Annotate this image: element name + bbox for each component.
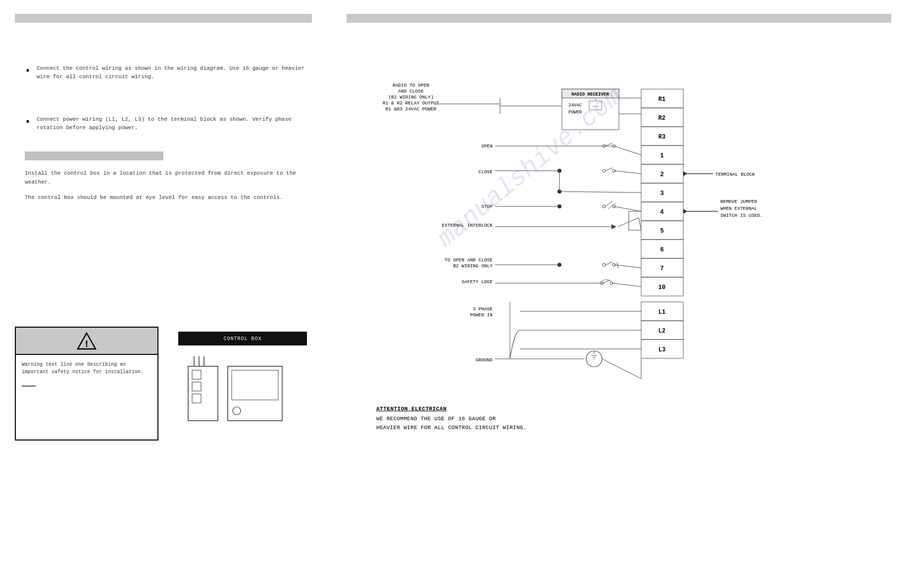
svg-text:manualshive.com: manualshive.com xyxy=(432,82,628,253)
svg-rect-2 xyxy=(188,366,218,421)
svg-text:R3: R3 xyxy=(658,134,665,141)
svg-rect-5 xyxy=(192,394,201,403)
svg-line-77 xyxy=(606,168,612,171)
black-bar-label: CONTROL BOX xyxy=(223,336,261,342)
attention-line-2: HEAVIER WIRE FOR ALL CONTROL CIRCUIT WIR… xyxy=(376,424,673,433)
svg-rect-4 xyxy=(192,382,201,391)
svg-line-92 xyxy=(639,218,641,230)
svg-text:3: 3 xyxy=(660,190,663,197)
svg-line-78 xyxy=(614,171,641,174)
svg-text:R1 & R2 RELAY OUTPUT: R1 & R2 RELAY OUTPUT xyxy=(383,100,439,106)
svg-marker-117 xyxy=(683,171,687,176)
svg-text:7: 7 xyxy=(660,265,663,272)
svg-text:L3: L3 xyxy=(658,346,665,353)
warning-header: ! xyxy=(16,328,157,355)
svg-text:POWER IN: POWER IN xyxy=(470,312,493,318)
svg-point-95 xyxy=(603,263,606,266)
svg-text:10: 10 xyxy=(658,284,665,291)
svg-rect-10 xyxy=(232,370,278,400)
svg-text:WHEN EXTERNAL: WHEN EXTERNAL xyxy=(720,206,757,211)
svg-point-83 xyxy=(557,204,561,208)
svg-text:AND CLOSE: AND CLOSE xyxy=(398,89,424,94)
svg-text:!: ! xyxy=(84,339,90,350)
bullet-text-1: Connect the control wiring as shown in t… xyxy=(37,64,312,81)
svg-line-103 xyxy=(603,280,610,283)
warning-line xyxy=(22,386,36,387)
svg-text:SAFETY LDGE: SAFETY LDGE xyxy=(461,279,493,285)
attention-title: ATTENTION ELECTRICAN xyxy=(376,406,673,412)
attention-line-1: WE RECOMMEND THE USE OF 16 GAUGE OR xyxy=(376,415,673,424)
bullet-item-1: • Connect the control wiring as shown in… xyxy=(25,64,312,81)
svg-text:CLOSE: CLOSE xyxy=(478,169,493,175)
svg-text:4: 4 xyxy=(660,209,663,216)
section-text-2: The control box should be mounted at eye… xyxy=(25,194,312,202)
svg-text:TERMINAL  BLOCK: TERMINAL BLOCK xyxy=(715,172,755,177)
svg-text:SWITCH IS USED.: SWITCH IS USED. xyxy=(720,213,763,218)
svg-text:2: 2 xyxy=(660,171,663,178)
warning-text-1: Warning text line one describing an impo… xyxy=(22,362,144,375)
svg-line-114 xyxy=(602,359,641,379)
control-box-svg xyxy=(178,356,287,436)
bullet-dot-2: • xyxy=(25,116,31,128)
svg-text:R1 &R3 24VAC POWER: R1 &R3 24VAC POWER xyxy=(386,106,437,112)
svg-line-104 xyxy=(611,283,641,287)
warning-triangle-icon: ! xyxy=(77,332,97,350)
control-box-illustration xyxy=(178,356,287,437)
svg-line-81 xyxy=(559,192,641,193)
svg-text:1: 1 xyxy=(660,152,663,159)
warning-body: Warning text line one describing an impo… xyxy=(16,355,157,392)
svg-text:L1: L1 xyxy=(658,309,665,316)
bullet-dot-1: • xyxy=(25,65,31,77)
svg-marker-120 xyxy=(683,209,687,214)
svg-marker-90 xyxy=(611,224,616,229)
svg-point-94 xyxy=(557,263,561,267)
wiring-diagram-svg: RADIO TO OPEN AND CLOSE (B2 WIRING ONLY)… xyxy=(347,40,871,426)
svg-text:RADIO TO OPEN: RADIO TO OPEN xyxy=(393,83,429,88)
svg-point-75 xyxy=(603,169,606,172)
left-column: • Connect the control wiring as shown in… xyxy=(25,35,312,202)
svg-text:B2 WIRING ONLY: B2 WIRING ONLY xyxy=(453,263,493,269)
svg-rect-3 xyxy=(192,370,201,379)
svg-point-11 xyxy=(233,407,241,415)
svg-text:5: 5 xyxy=(660,228,663,235)
svg-text:R1: R1 xyxy=(658,96,665,103)
svg-text:OPEN: OPEN xyxy=(481,144,493,149)
svg-text:R2: R2 xyxy=(658,115,665,122)
bullet-item-2: • Connect power wiring (L1, L2, L3) to t… xyxy=(25,115,312,132)
svg-text:3 PHASE: 3 PHASE xyxy=(473,306,493,312)
svg-text:(B2 WIRING ONLY): (B2 WIRING ONLY) xyxy=(388,95,433,100)
svg-point-84 xyxy=(603,205,606,208)
black-bar-caption: CONTROL BOX xyxy=(178,332,307,345)
svg-rect-9 xyxy=(228,366,282,421)
svg-line-72 xyxy=(614,146,641,155)
section-header xyxy=(25,151,163,160)
svg-text:REMOVE JUMPER: REMOVE JUMPER xyxy=(720,199,757,204)
section-text-1: Install the control box in a location th… xyxy=(25,169,312,187)
warning-box: ! Warning text line one describing an im… xyxy=(15,327,158,441)
svg-text:L2: L2 xyxy=(658,328,665,335)
svg-text:GROUND: GROUND xyxy=(476,357,493,363)
svg-line-86 xyxy=(606,201,612,206)
svg-line-71 xyxy=(606,143,612,146)
svg-line-88 xyxy=(614,206,641,211)
svg-text:TO OPEN AND CLOSE: TO OPEN AND CLOSE xyxy=(445,257,493,263)
top-bar-right xyxy=(347,14,891,23)
svg-text:6: 6 xyxy=(660,246,663,253)
attention-section: ATTENTION ELECTRICAN WE RECOMMEND THE US… xyxy=(376,406,673,432)
bullet-text-2: Connect power wiring (L1, L2, L3) to the… xyxy=(37,115,312,132)
top-bar-left xyxy=(15,14,312,23)
svg-line-97 xyxy=(606,262,612,265)
svg-line-91 xyxy=(618,218,639,227)
